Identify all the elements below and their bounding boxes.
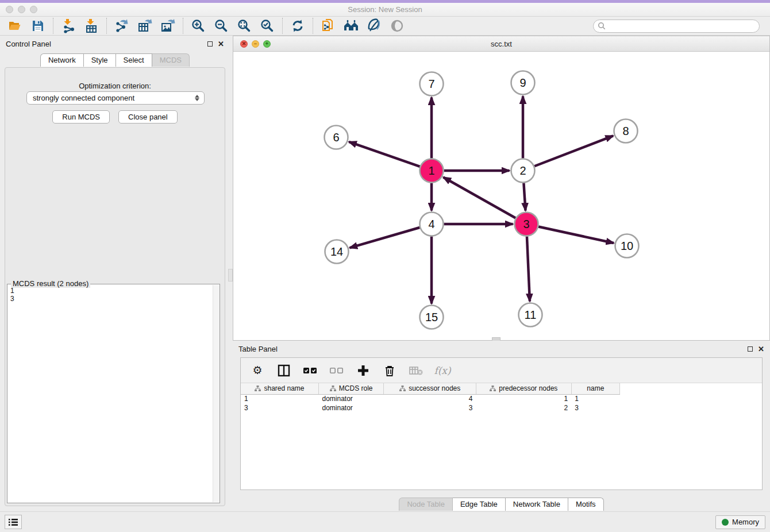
network-canvas[interactable]: 7968124314101511	[233, 52, 769, 340]
tab-mcds[interactable]: MCDS	[152, 53, 190, 67]
save-session-icon[interactable]	[30, 18, 46, 34]
table-cell[interactable]: 3	[571, 403, 619, 413]
paintbrush-icon[interactable]	[366, 18, 382, 34]
table-row[interactable]: 1dominator411	[241, 394, 620, 403]
edge-1-6[interactable]	[349, 142, 420, 167]
graph-node-2[interactable]: 2	[511, 159, 535, 183]
tab-motifs[interactable]: Motifs	[568, 498, 604, 511]
zoom-selected-icon[interactable]	[259, 18, 275, 34]
add-icon[interactable]	[356, 363, 371, 378]
edge-4-14[interactable]	[350, 228, 420, 248]
eye-icon[interactable]	[389, 18, 405, 34]
network-window-title: scc.txt	[233, 40, 769, 48]
table-cell[interactable]: dominator	[319, 403, 384, 413]
edge-3-1[interactable]	[443, 178, 515, 218]
table-cell[interactable]: 4	[384, 394, 476, 403]
delete-table-icon[interactable]	[409, 363, 424, 378]
edge-2-3[interactable]	[523, 183, 525, 210]
select-all-icon[interactable]	[303, 363, 318, 378]
task-history-button[interactable]	[5, 515, 22, 529]
export-image-icon[interactable]	[160, 18, 176, 34]
result-scrollbar[interactable]	[213, 285, 220, 502]
close-panel-icon[interactable]: ✕	[758, 345, 764, 353]
zoom-fit-icon[interactable]	[236, 18, 252, 34]
column-header-name[interactable]: name	[571, 383, 619, 394]
graph-node-7[interactable]: 7	[420, 72, 444, 96]
table-panel: Table Panel ✕ ⚙	[233, 341, 770, 511]
table-cell[interactable]: 2	[476, 403, 572, 413]
table-panel-title: Table Panel	[238, 345, 278, 353]
zoom-out-icon[interactable]	[213, 18, 229, 34]
run-mcds-button[interactable]: Run MCDS	[52, 110, 110, 124]
titlebar[interactable]: Session: New Session	[0, 3, 770, 17]
graph-node-11[interactable]: 11	[519, 303, 542, 327]
tab-node-table[interactable]: Node Table	[399, 498, 453, 511]
graph-node-4[interactable]: 4	[420, 213, 444, 236]
graph-node-10[interactable]: 10	[615, 234, 639, 258]
main-toolbar	[0, 17, 770, 36]
zoom-in-icon[interactable]	[190, 18, 206, 34]
delete-icon[interactable]	[382, 363, 397, 378]
table-cell[interactable]: dominator	[319, 394, 384, 403]
control-panel-title: Control Panel	[6, 40, 51, 48]
graph-node-6[interactable]: 6	[325, 126, 348, 149]
tab-edge-table[interactable]: Edge Table	[453, 498, 506, 511]
gear-icon[interactable]: ⚙	[250, 363, 265, 378]
houses-icon[interactable]	[343, 18, 359, 34]
import-table-icon[interactable]	[83, 18, 99, 34]
graph-node-3[interactable]: 3	[515, 213, 538, 236]
refresh-icon[interactable]	[290, 18, 306, 34]
close-panel-button[interactable]: Close panel	[118, 110, 178, 124]
tab-network-table[interactable]: Network Table	[506, 498, 568, 511]
edge-3-11[interactable]	[527, 236, 530, 301]
vertical-splitter-grip[interactable]	[228, 269, 233, 282]
edge-2-8[interactable]	[534, 136, 613, 166]
tab-network[interactable]: Network	[40, 53, 84, 67]
graph-node-15[interactable]: 15	[420, 306, 444, 329]
list-icon	[8, 518, 18, 527]
table-cell[interactable]: 1	[476, 394, 572, 403]
svg-text:1: 1	[428, 164, 434, 177]
export-table-icon[interactable]	[137, 18, 153, 34]
network-window-titlebar[interactable]: ✕ − + scc.txt	[233, 36, 769, 52]
memory-button[interactable]: Memory	[715, 515, 765, 529]
table-cell[interactable]: 1	[571, 394, 619, 403]
network-view-window: ✕ − + scc.txt 7968124314101511	[233, 36, 770, 341]
status-bar: Memory	[0, 511, 770, 532]
column-header-successor-nodes[interactable]: successor nodes	[384, 383, 476, 394]
column-header-MCDS-role[interactable]: MCDS role	[319, 383, 384, 394]
graph-node-8[interactable]: 8	[614, 119, 638, 143]
table-cell[interactable]: 1	[241, 394, 319, 403]
open-session-icon[interactable]	[7, 18, 23, 34]
column-header-shared-name[interactable]: shared name	[241, 383, 319, 394]
clone-network-icon[interactable]	[320, 18, 336, 34]
tab-style[interactable]: Style	[84, 53, 116, 67]
close-panel-icon[interactable]: ✕	[218, 40, 224, 48]
function-builder-icon[interactable]: f(x)	[435, 363, 450, 378]
float-panel-icon[interactable]	[207, 41, 213, 47]
graph-node-9[interactable]: 9	[511, 71, 535, 95]
table-body: 1dominator4113dominator323	[241, 394, 620, 413]
graph-node-14[interactable]: 14	[325, 240, 349, 264]
float-panel-icon[interactable]	[748, 346, 753, 352]
search-input[interactable]	[593, 20, 760, 33]
edge-3-10[interactable]	[538, 227, 614, 243]
table-row[interactable]: 3dominator323	[241, 403, 620, 413]
export-network-icon[interactable]	[114, 18, 130, 34]
columns-icon[interactable]	[276, 363, 291, 378]
graph-node-1[interactable]: 1	[420, 159, 444, 183]
table-cell[interactable]: 3	[241, 403, 319, 413]
mcds-result-text[interactable]: 1 3	[7, 286, 212, 503]
column-header-predecessor-nodes[interactable]: predecessor nodes	[476, 383, 572, 394]
hierarchy-icon	[490, 385, 496, 391]
svg-text:14: 14	[330, 245, 343, 258]
table-panel-tabs: Node TableEdge TableNetwork TableMotifs	[233, 498, 770, 511]
node-table[interactable]: shared nameMCDS rolesuccessor nodesprede…	[241, 383, 620, 413]
import-network-icon[interactable]	[60, 18, 76, 34]
tab-select[interactable]: Select	[116, 53, 152, 67]
hierarchy-icon	[399, 385, 406, 391]
svg-text:9: 9	[519, 76, 526, 89]
deselect-all-icon[interactable]	[329, 363, 344, 378]
table-cell[interactable]: 3	[384, 403, 476, 413]
criterion-dropdown[interactable]: strongly connected component	[26, 91, 205, 105]
